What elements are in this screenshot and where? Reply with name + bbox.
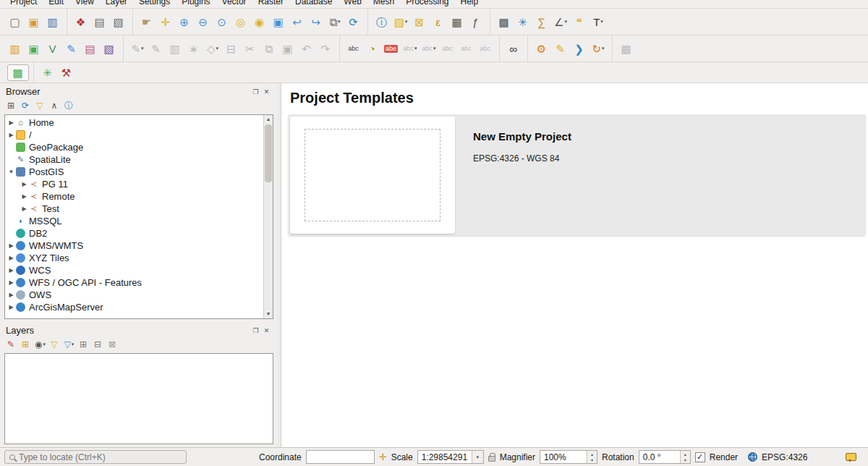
menu-item[interactable]: Edit (43, 0, 69, 8)
expander-icon[interactable]: ▶ (7, 292, 16, 298)
tree-item-db2[interactable]: DB2 (5, 227, 263, 240)
expander-icon[interactable]: ▶ (7, 304, 16, 310)
expander-icon[interactable]: ▶ (20, 193, 29, 200)
toggle-extents-icon[interactable]: ✛ (379, 452, 387, 462)
expander-icon[interactable]: ▶ (7, 132, 16, 138)
new-project-icon[interactable]: ▢ (6, 12, 25, 31)
sketch-pen-icon[interactable]: ✎ (551, 39, 570, 58)
magnifier-stepper[interactable]: ▴▾ (587, 451, 597, 463)
layers-float-icon[interactable]: ❐ (250, 327, 261, 334)
open-project-icon[interactable]: ▣ (25, 12, 43, 31)
layers-list-empty[interactable] (4, 353, 273, 444)
menu-item[interactable]: Project (4, 0, 43, 8)
geometry-checker-icon[interactable]: ✳ (38, 63, 57, 82)
measure-icon[interactable]: ∠▾ (551, 12, 570, 31)
zoom-out-icon[interactable]: ⊖ (194, 12, 213, 31)
tree-item-postgis[interactable]: ▼ PostGIS (5, 166, 263, 178)
menu-item[interactable]: Help (455, 0, 485, 8)
save-project-icon[interactable]: ▥ (43, 12, 62, 31)
zoom-in-icon[interactable]: ⊕ (175, 12, 194, 31)
expander-icon[interactable]: ▶ (7, 119, 16, 126)
map-plugin-button[interactable]: ▩ (7, 64, 29, 81)
tree-item-test[interactable]: ▶ ≺ Test (5, 203, 263, 215)
locator-input[interactable] (19, 452, 182, 462)
magnifier-spinbox[interactable]: 100% ▴▾ (540, 450, 597, 464)
tree-item-spatialite[interactable]: ✎ SpatiaLite (5, 153, 263, 166)
zoom-to-selection-icon[interactable]: ◉ (250, 12, 269, 31)
messages-icon[interactable] (846, 453, 856, 461)
refresh-browser-icon[interactable]: ⟳ (19, 98, 33, 112)
console-run-icon[interactable]: ❯ (570, 39, 589, 58)
tree-item-ows[interactable]: ▶ OWS (5, 289, 263, 301)
select-features-icon[interactable]: ▧▾ (391, 12, 410, 31)
new-shapefile-layer-icon[interactable]: V (43, 39, 62, 58)
rotation-up-icon[interactable]: ▴ (681, 451, 690, 457)
menu-item[interactable]: Plugins (176, 0, 216, 8)
rotate-label-icon[interactable]: abc (457, 39, 476, 58)
zoom-last-icon[interactable]: ↩ (288, 12, 307, 31)
add-selected-layers-icon[interactable]: ⊞ (4, 98, 18, 112)
locator-search[interactable] (4, 450, 187, 464)
new-spatialite-layer-icon[interactable]: ✎ (62, 39, 81, 58)
filter-legend-icon[interactable]: ▽ (48, 337, 61, 351)
add-group-icon[interactable]: ⊞ (19, 337, 33, 351)
temporal-controller-icon[interactable]: ✳ (514, 12, 532, 31)
scroll-thumb[interactable] (265, 124, 272, 182)
tree-item-wcs[interactable]: ▶ WCS (5, 264, 263, 276)
expand-all-icon[interactable]: ⊞ (77, 337, 90, 351)
remove-layer-icon[interactable]: ⊠ (106, 337, 119, 351)
zoom-next-icon[interactable]: ↪ (307, 12, 326, 31)
move-label-icon[interactable]: abc (438, 39, 457, 58)
layout-manager-icon[interactable]: ▧ (109, 12, 128, 31)
open-attribute-table-icon[interactable]: ▦ (448, 12, 467, 31)
style-manager-icon[interactable]: ❖ (72, 12, 90, 31)
reload-scripts-icon[interactable]: ↻▾ (589, 39, 608, 58)
scroll-down-icon[interactable]: ▼ (264, 310, 273, 318)
tree-item-pg11[interactable]: ▶ ≺ PG 11 (5, 178, 263, 190)
map-tips-icon[interactable]: ❝ (570, 12, 589, 31)
elevation-profile-icon[interactable]: ▩ (495, 12, 514, 31)
crs-status[interactable]: EPSG:4326 (762, 452, 807, 462)
statistics-summary-icon[interactable]: ∑ (532, 12, 551, 31)
tree-item-geopackage[interactable]: GeoPackage (5, 141, 263, 153)
toggle-editing-icon[interactable]: ✎ (147, 39, 166, 58)
data-source-manager-icon[interactable]: ▥ (6, 39, 25, 58)
filter-expression-icon[interactable]: ▽▾ (62, 337, 76, 351)
deselect-features-icon[interactable]: ⊠ (410, 12, 429, 31)
copy-features-icon[interactable]: ⧉ (260, 39, 278, 58)
tree-item-remote[interactable]: ▶ ≺ Remote (5, 190, 263, 203)
expander-icon[interactable]: ▶ (7, 255, 16, 261)
layer-labeling-options-icon[interactable]: abc (344, 39, 363, 58)
rotation-down-icon[interactable]: ▾ (681, 457, 690, 464)
menu-item[interactable]: Settings (133, 0, 176, 8)
coordinate-input[interactable] (306, 450, 375, 464)
collapse-all-layers-icon[interactable]: ⊟ (91, 337, 105, 351)
highlight-pinned-labels-icon[interactable]: abe (382, 39, 401, 58)
redo-icon[interactable]: ↷ (316, 39, 335, 58)
tree-item-root[interactable]: ▶ / (5, 129, 263, 141)
text-annotation-icon[interactable]: T▾ (589, 12, 608, 31)
browser-close-icon[interactable]: ✕ (261, 88, 272, 96)
layer-styling-icon[interactable]: ✎ (4, 337, 18, 351)
topology-checker-icon[interactable]: ⚒ (57, 63, 76, 82)
new-virtual-layer-icon[interactable]: ▧ (100, 39, 119, 58)
expander-icon[interactable]: ▶ (20, 181, 29, 187)
scroll-up-icon[interactable]: ▲ (264, 115, 273, 124)
menu-item[interactable]: Processing (400, 0, 454, 8)
expander-icon[interactable]: ▶ (7, 242, 16, 249)
new-temporary-layer-icon[interactable]: ▤ (81, 39, 100, 58)
menu-item[interactable]: View (69, 0, 100, 8)
layers-close-icon[interactable]: ✕ (261, 327, 272, 334)
grid-help-icon[interactable]: ▦ (617, 39, 636, 58)
menu-item[interactable]: Mesh (367, 0, 400, 8)
change-label-icon[interactable]: abc (476, 39, 495, 58)
render-checkbox[interactable]: ✓ (695, 452, 705, 462)
zoom-full-icon[interactable]: ◎ (231, 12, 250, 31)
expander-icon[interactable]: ▼ (7, 169, 16, 175)
expander-icon[interactable]: ▶ (7, 279, 16, 286)
paste-features-icon[interactable]: ▣ (278, 39, 297, 58)
show-hide-labels-icon[interactable]: abc▾ (420, 39, 438, 58)
save-layer-edits-icon[interactable]: ▥ (166, 39, 184, 58)
field-calculator-icon[interactable]: ƒ (467, 12, 485, 31)
new-geopackage-layer-icon[interactable]: ▣ (25, 39, 43, 58)
